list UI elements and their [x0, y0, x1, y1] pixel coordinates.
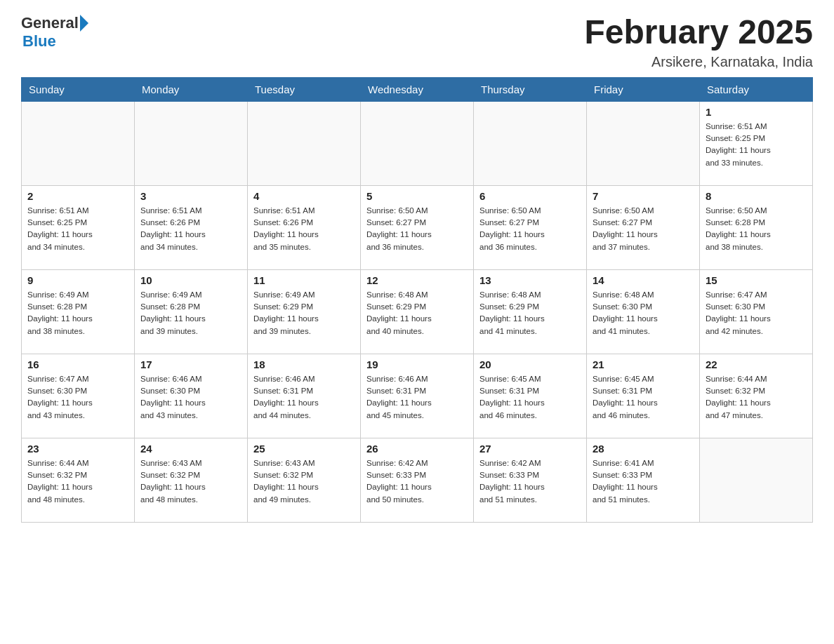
day-number: 12	[366, 274, 468, 286]
day-info: Sunrise: 6:47 AMSunset: 6:30 PMDaylight:…	[706, 289, 807, 337]
day-info: Sunrise: 6:51 AMSunset: 6:25 PMDaylight:…	[706, 121, 807, 169]
calendar-cell: 14Sunrise: 6:48 AMSunset: 6:30 PMDayligh…	[587, 269, 700, 354]
day-info: Sunrise: 6:50 AMSunset: 6:27 PMDaylight:…	[366, 205, 468, 253]
week-row-3: 16Sunrise: 6:47 AMSunset: 6:30 PMDayligh…	[22, 354, 813, 438]
day-number: 2	[27, 190, 128, 202]
col-header-wednesday: Wednesday	[361, 77, 474, 101]
day-number: 4	[253, 190, 355, 202]
day-number: 8	[706, 190, 807, 202]
col-header-thursday: Thursday	[474, 77, 587, 101]
calendar-cell: 22Sunrise: 6:44 AMSunset: 6:32 PMDayligh…	[700, 354, 813, 438]
day-info: Sunrise: 6:47 AMSunset: 6:30 PMDaylight:…	[27, 373, 128, 422]
day-info: Sunrise: 6:50 AMSunset: 6:27 PMDaylight:…	[479, 205, 581, 253]
day-number: 15	[706, 274, 807, 286]
day-number: 16	[27, 358, 128, 370]
calendar-cell: 2Sunrise: 6:51 AMSunset: 6:25 PMDaylight…	[22, 185, 135, 269]
calendar-cell: 12Sunrise: 6:48 AMSunset: 6:29 PMDayligh…	[361, 269, 474, 354]
day-info: Sunrise: 6:46 AMSunset: 6:30 PMDaylight:…	[140, 373, 241, 422]
calendar-cell	[135, 101, 248, 185]
calendar-cell: 28Sunrise: 6:41 AMSunset: 6:33 PMDayligh…	[587, 438, 700, 522]
day-number: 20	[479, 358, 581, 370]
calendar-body: 1Sunrise: 6:51 AMSunset: 6:25 PMDaylight…	[22, 101, 813, 522]
logo-arrow-icon	[80, 15, 88, 32]
day-number: 23	[27, 443, 128, 455]
day-info: Sunrise: 6:51 AMSunset: 6:26 PMDaylight:…	[140, 205, 241, 253]
calendar-cell: 25Sunrise: 6:43 AMSunset: 6:32 PMDayligh…	[248, 438, 361, 522]
day-number: 3	[140, 190, 241, 202]
day-number: 14	[593, 274, 694, 286]
week-row-0: 1Sunrise: 6:51 AMSunset: 6:25 PMDaylight…	[22, 101, 813, 185]
calendar-cell: 19Sunrise: 6:46 AMSunset: 6:31 PMDayligh…	[361, 354, 474, 438]
day-info: Sunrise: 6:51 AMSunset: 6:26 PMDaylight:…	[253, 205, 355, 253]
calendar-cell	[700, 438, 813, 522]
day-number: 6	[479, 190, 581, 202]
day-info: Sunrise: 6:46 AMSunset: 6:31 PMDaylight:…	[366, 373, 468, 422]
day-info: Sunrise: 6:42 AMSunset: 6:33 PMDaylight:…	[366, 457, 468, 506]
day-info: Sunrise: 6:49 AMSunset: 6:28 PMDaylight:…	[140, 289, 241, 337]
calendar-cell: 24Sunrise: 6:43 AMSunset: 6:32 PMDayligh…	[135, 438, 248, 522]
calendar-cell: 11Sunrise: 6:49 AMSunset: 6:29 PMDayligh…	[248, 269, 361, 354]
title-block: February 2025 Arsikere, Karnataka, India	[584, 14, 813, 70]
calendar-cell: 20Sunrise: 6:45 AMSunset: 6:31 PMDayligh…	[474, 354, 587, 438]
day-number: 24	[140, 443, 241, 455]
calendar-cell: 7Sunrise: 6:50 AMSunset: 6:27 PMDaylight…	[587, 185, 700, 269]
calendar-cell: 21Sunrise: 6:45 AMSunset: 6:31 PMDayligh…	[587, 354, 700, 438]
day-number: 21	[593, 358, 694, 370]
day-number: 5	[366, 190, 468, 202]
calendar-cell: 9Sunrise: 6:49 AMSunset: 6:28 PMDaylight…	[22, 269, 135, 354]
calendar-cell: 5Sunrise: 6:50 AMSunset: 6:27 PMDaylight…	[361, 185, 474, 269]
day-number: 9	[27, 274, 128, 286]
day-number: 1	[706, 106, 807, 118]
calendar-cell: 23Sunrise: 6:44 AMSunset: 6:32 PMDayligh…	[22, 438, 135, 522]
day-info: Sunrise: 6:51 AMSunset: 6:25 PMDaylight:…	[27, 205, 128, 253]
day-number: 22	[706, 358, 807, 370]
calendar-cell	[474, 101, 587, 185]
page-header: General Blue February 2025 Arsikere, Kar…	[21, 14, 813, 70]
day-number: 17	[140, 358, 241, 370]
calendar-cell: 15Sunrise: 6:47 AMSunset: 6:30 PMDayligh…	[700, 269, 813, 354]
calendar-cell	[248, 101, 361, 185]
day-info: Sunrise: 6:50 AMSunset: 6:28 PMDaylight:…	[706, 205, 807, 253]
calendar-cell: 10Sunrise: 6:49 AMSunset: 6:28 PMDayligh…	[135, 269, 248, 354]
day-info: Sunrise: 6:48 AMSunset: 6:29 PMDaylight:…	[366, 289, 468, 337]
day-info: Sunrise: 6:45 AMSunset: 6:31 PMDaylight:…	[479, 373, 581, 422]
day-number: 13	[479, 274, 581, 286]
week-row-2: 9Sunrise: 6:49 AMSunset: 6:28 PMDaylight…	[22, 269, 813, 354]
day-number: 25	[253, 443, 355, 455]
calendar-cell: 13Sunrise: 6:48 AMSunset: 6:29 PMDayligh…	[474, 269, 587, 354]
calendar-table: SundayMondayTuesdayWednesdayThursdayFrid…	[21, 77, 813, 523]
calendar-cell: 6Sunrise: 6:50 AMSunset: 6:27 PMDaylight…	[474, 185, 587, 269]
day-info: Sunrise: 6:46 AMSunset: 6:31 PMDaylight:…	[253, 373, 355, 422]
day-info: Sunrise: 6:50 AMSunset: 6:27 PMDaylight:…	[593, 205, 694, 253]
day-number: 7	[593, 190, 694, 202]
day-number: 27	[479, 443, 581, 455]
col-header-tuesday: Tuesday	[248, 77, 361, 101]
day-info: Sunrise: 6:43 AMSunset: 6:32 PMDaylight:…	[140, 457, 241, 506]
calendar-cell: 26Sunrise: 6:42 AMSunset: 6:33 PMDayligh…	[361, 438, 474, 522]
calendar-cell: 1Sunrise: 6:51 AMSunset: 6:25 PMDaylight…	[700, 101, 813, 185]
calendar-subtitle: Arsikere, Karnataka, India	[584, 54, 813, 70]
calendar-cell: 4Sunrise: 6:51 AMSunset: 6:26 PMDaylight…	[248, 185, 361, 269]
calendar-cell	[361, 101, 474, 185]
col-header-monday: Monday	[135, 77, 248, 101]
day-info: Sunrise: 6:42 AMSunset: 6:33 PMDaylight:…	[479, 457, 581, 506]
day-info: Sunrise: 6:48 AMSunset: 6:29 PMDaylight:…	[479, 289, 581, 337]
logo-blue: Blue	[22, 32, 88, 51]
calendar-cell: 16Sunrise: 6:47 AMSunset: 6:30 PMDayligh…	[22, 354, 135, 438]
calendar-cell: 8Sunrise: 6:50 AMSunset: 6:28 PMDaylight…	[700, 185, 813, 269]
week-row-4: 23Sunrise: 6:44 AMSunset: 6:32 PMDayligh…	[22, 438, 813, 522]
calendar-cell	[22, 101, 135, 185]
logo: General Blue	[21, 14, 88, 51]
calendar-cell: 3Sunrise: 6:51 AMSunset: 6:26 PMDaylight…	[135, 185, 248, 269]
calendar-cell	[587, 101, 700, 185]
day-number: 11	[253, 274, 355, 286]
day-number: 10	[140, 274, 241, 286]
day-info: Sunrise: 6:44 AMSunset: 6:32 PMDaylight:…	[27, 457, 128, 506]
calendar-cell: 17Sunrise: 6:46 AMSunset: 6:30 PMDayligh…	[135, 354, 248, 438]
day-number: 28	[593, 443, 694, 455]
day-info: Sunrise: 6:45 AMSunset: 6:31 PMDaylight:…	[593, 373, 694, 422]
day-header-row: SundayMondayTuesdayWednesdayThursdayFrid…	[22, 77, 813, 101]
day-info: Sunrise: 6:41 AMSunset: 6:33 PMDaylight:…	[593, 457, 694, 506]
calendar-cell: 27Sunrise: 6:42 AMSunset: 6:33 PMDayligh…	[474, 438, 587, 522]
col-header-sunday: Sunday	[22, 77, 135, 101]
